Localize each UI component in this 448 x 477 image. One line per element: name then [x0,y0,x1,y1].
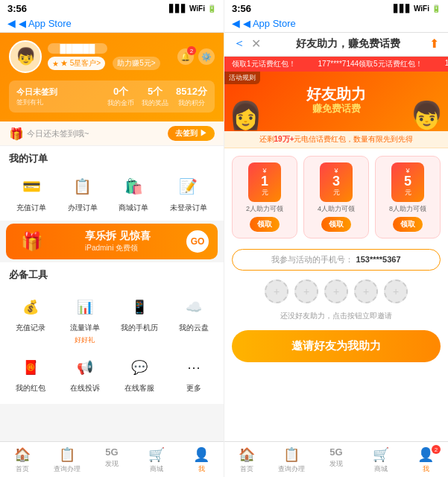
tool-phone-history[interactable]: 📱 我的手机历 [112,289,166,350]
right-tab-mall[interactable]: 🛒 商城 [359,446,403,474]
right-back-arrow-icon[interactable]: ◀ [232,17,240,29]
tools-section-title: 必备工具 [0,262,224,286]
right-wifi-icon: WiFi [414,4,429,13]
order-nologin[interactable]: 📝 未登录订单 [170,173,207,213]
more-icon: ⋯ [180,354,207,381]
reward-btn-2[interactable]: 领取 [321,217,351,232]
right-tab-bar: 🏠 首页 📋 查询办理 5G 发现 🛒 商城 👤 我 2 [224,441,448,477]
query-tab-icon: 📋 [59,446,75,463]
notification-badge: 2 [187,46,196,55]
tool-complaint[interactable]: 📢 在线投诉 [57,350,112,398]
order-mall[interactable]: 🛍️ 商城订单 [119,173,148,213]
right-nav-bar: ＜ ✕ 好友助力，赚免费话费 ⬆ [224,33,448,57]
left-time: 3:56 [7,3,27,14]
recharge-order-label: 充值订单 [16,203,46,213]
right-tab-home[interactable]: 🏠 首页 [224,446,269,474]
tools-grid: 💰 充值记录 📊 流量详单 好好礼 📱 我的手机历 ☁️ 我的云盘 🧧 我的红包… [0,286,224,404]
tool-service[interactable]: 💬 在线客服 [112,350,166,398]
tab-me[interactable]: 👤 我 [179,446,224,474]
avatar-emoji: 👦 [16,47,36,66]
helper-avatar-3: + [324,279,348,303]
reward-btn-1[interactable]: 领取 [250,217,280,232]
more-label: 更多 [186,383,201,394]
star-badge[interactable]: ★ ★ 5星客户> [48,57,105,70]
left-wifi-icon: WiFi [189,4,205,13]
help-badge[interactable]: 助力赚5元> [113,57,160,70]
hero-subtitle: 赚免费话费 [306,102,366,116]
reward-desc-2: 4人助力可领 [318,205,355,214]
right-tab-query[interactable]: 📋 查询办理 [269,446,314,474]
tool-traffic[interactable]: 📊 流量详单 好好礼 [57,289,112,350]
settings-icon[interactable]: ⚙️ [198,48,215,65]
right-mall-tab-icon: 🛒 [373,446,389,463]
tool-recharge-record[interactable]: 💰 充值记录 [3,289,57,350]
promo-gift-icon: 🎁 [21,231,43,252]
right-tab-me[interactable]: 👤 我 2 [403,446,448,474]
activity-rules-label[interactable]: 活动规则 [224,72,260,84]
helper-avatar-4: + [354,279,378,303]
right-nav-share-icon[interactable]: ⬆ [429,37,439,51]
points-val: 8512分 [176,85,207,98]
hero-text: 好友助力 赚免费话费 [306,86,366,116]
left-appstore-bar[interactable]: ◀ ◀ App Store [0,16,224,33]
left-phone: 3:56 ▋▋▋ WiFi 🔋 ◀ ◀ App Store 👦 ██████ ★… [0,0,224,477]
header-action-icons: 🔔 2 ⚙️ [177,48,215,65]
left-header: 👦 ██████ ★ ★ 5星客户> 助力赚5元> 🔔 2 ⚙️ [0,33,224,121]
reward-1yuan-amount: ¥ 1 元 [248,162,281,202]
right-phone: 3:56 ▋▋▋ WiFi 🔋 ◀ ◀ App Store ＜ ✕ 好友助力，赚… [224,0,448,477]
home-tab-label: 首页 [16,464,29,474]
promo-title: 享乐拆 见惊喜 [85,230,151,243]
promo-go-button[interactable]: GO [186,230,209,253]
right-time: 3:56 [232,3,251,14]
checkin-button[interactable]: 去签到 ▶ [168,126,215,141]
order-recharge[interactable]: 💳 充值订单 [16,173,46,213]
prizes-val: 5个 [142,85,168,98]
mall-order-icon: 🛍️ [120,173,147,200]
remaining-count: 19万+ [274,135,294,143]
cloud-icon: ☁️ [180,294,207,320]
invite-button[interactable]: 邀请好友为我助力 [232,330,441,362]
reward-unit-3: 元 [399,188,417,198]
reward-unit-1: 元 [256,188,274,198]
query-tab-label: 查询办理 [54,464,81,474]
left-back-arrow-icon[interactable]: ◀ [7,17,16,29]
hero-left-character-icon: 👩 [229,100,262,131]
right-signal-icon: ▋▋▋ [394,4,411,13]
prizes-lbl: 我的奖品 [142,98,168,108]
phone-history-label: 我的手机历 [121,323,158,333]
me-tab-icon: 👤 [193,446,209,463]
promo-banner[interactable]: 🎁 享乐拆 见惊喜 iPadmini 免费领 GO [6,224,218,259]
left-tab-bar: 🏠 首页 📋 查询办理 5G 发现 🛒 商城 👤 我 [0,441,224,477]
helper-avatar-1: + [265,279,288,303]
left-appstore-label[interactable]: ◀ App Store [19,18,72,29]
reward-btn-3[interactable]: 领取 [393,217,423,232]
reward-num-2: 3 [327,174,345,188]
tool-more[interactable]: ⋯ 更多 [166,350,221,398]
traffic-icon: 📊 [72,294,98,320]
tab-mall[interactable]: 🛒 商城 [134,446,179,474]
right-discover-tab-icon: 5G [329,446,342,458]
ticker-item-3: 133****51 [445,59,448,69]
right-tab-discover[interactable]: 5G 发现 [314,446,359,474]
tab-home[interactable]: 🏠 首页 [0,446,45,474]
left-status-icons: ▋▋▋ WiFi 🔋 [169,4,216,13]
tab-query[interactable]: 📋 查询办理 [45,446,89,474]
service-icon: 💬 [126,354,153,381]
orders-section-title: 我的订单 [0,146,224,170]
tool-coupon[interactable]: 🧧 我的红包 [3,350,57,398]
right-appstore-bar[interactable]: ◀ ◀ App Store [224,16,448,33]
notification-icon[interactable]: 🔔 2 [177,48,194,65]
tab-discover[interactable]: 5G 发现 [89,446,134,474]
phone-history-icon: 📱 [126,294,153,320]
order-handle[interactable]: 📋 办理订单 [68,173,98,213]
traffic-label: 流量详单 [70,323,100,333]
left-avatar[interactable]: 👦 [9,40,42,73]
coins-val: 0个 [107,85,134,98]
right-nav-back-icon[interactable]: ＜ [233,36,245,51]
right-nav-close-icon[interactable]: ✕ [251,37,261,51]
right-nav-title: 好友助力，赚免费话费 [267,37,429,51]
helper-avatars-row: + + + + + [224,274,448,309]
tool-cloud[interactable]: ☁️ 我的云盘 [166,289,221,350]
right-appstore-label[interactable]: ◀ App Store [243,18,296,29]
today-text: 今日还未签到哦~ [27,128,89,139]
